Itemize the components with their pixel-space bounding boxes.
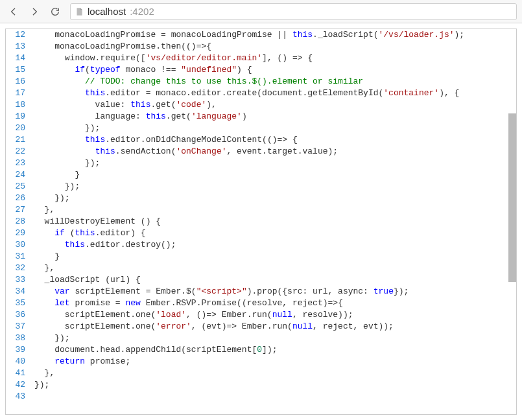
forward-button[interactable] [26,3,43,20]
line-content[interactable]: language: this.get('language') [34,111,516,122]
line-content[interactable]: }); [34,122,516,134]
line-content[interactable]: value: this.get('code'), [34,99,516,111]
line-number: 38 [6,332,34,344]
line-content[interactable]: window.require(['vs/editor/editor.main']… [34,52,516,64]
line-number: 40 [6,356,34,368]
line-content[interactable]: } [34,251,516,262]
line-number: 33 [6,274,34,286]
line-content[interactable]: this.sendAction('onChange', event.target… [34,146,516,158]
line-number: 26 [6,192,34,204]
code-line[interactable]: 27 }, [6,204,516,216]
line-number: 18 [6,99,34,111]
code-line[interactable]: 31 } [6,251,516,262]
line-content[interactable]: var scriptElement = Ember.$("<script>").… [34,286,516,298]
line-content[interactable]: scriptElement.one('error', (evt)=> Ember… [34,321,516,332]
code-line[interactable]: 30 this.editor.destroy(); [6,239,516,251]
line-content[interactable]: scriptElement.one('load', ()=> Ember.run… [34,309,516,321]
line-content[interactable]: }); [34,192,516,204]
line-content[interactable] [34,391,516,402]
code-line[interactable]: 37 scriptElement.one('error', (evt)=> Em… [6,321,516,332]
url-host: localhost [88,6,126,17]
code-line[interactable]: 12 monacoLoadingPromise = monacoLoadingP… [6,29,516,41]
code-line[interactable]: 40 return promise; [6,356,516,368]
line-content[interactable]: this.editor.destroy(); [34,239,516,251]
scrollbar-thumb[interactable] [508,113,516,282]
line-content[interactable]: }); [34,158,516,169]
line-content[interactable]: willDestroyElement () { [34,216,516,228]
code-scroll-area[interactable]: 12 monacoLoadingPromise = monacoLoadingP… [6,29,516,414]
line-number: 16 [6,76,34,88]
line-number: 12 [6,29,34,41]
line-content[interactable]: document.head.appendChild(scriptElement[… [34,344,516,356]
code-line[interactable]: 29 if (this.editor) { [6,228,516,239]
line-content[interactable]: // TODO: change this to use this.$().ele… [34,76,516,88]
line-number: 22 [6,146,34,158]
code-line[interactable]: 34 var scriptElement = Ember.$("<script>… [6,286,516,298]
line-content[interactable]: } [34,169,516,181]
line-content[interactable]: }); [34,379,516,391]
line-number: 29 [6,228,34,239]
line-number: 27 [6,204,34,216]
reload-icon [50,6,60,17]
back-button[interactable] [5,3,22,20]
line-number: 37 [6,321,34,332]
line-content[interactable]: this.editor.onDidChangeModelContent(()=>… [34,134,516,146]
line-number: 13 [6,41,34,52]
page-icon [75,7,84,16]
line-content[interactable]: monacoLoadingPromise = monacoLoadingProm… [34,29,516,41]
code-line[interactable]: 17 this.editor = monaco.editor.create(do… [6,88,516,99]
line-content[interactable]: if (this.editor) { [34,228,516,239]
line-content[interactable]: }, [34,262,516,274]
code-line[interactable]: 14 window.require(['vs/editor/editor.mai… [6,52,516,64]
code-line[interactable]: 35 let promise = new Ember.RSVP.Promise(… [6,298,516,309]
line-number: 35 [6,298,34,309]
code-line[interactable]: 20 }); [6,122,516,134]
line-number: 20 [6,122,34,134]
line-number: 23 [6,158,34,169]
code-line[interactable]: 19 language: this.get('language') [6,111,516,122]
line-content[interactable]: }, [34,368,516,379]
code-line[interactable]: 16 // TODO: change this to use this.$().… [6,76,516,88]
code-line[interactable]: 23 }); [6,158,516,169]
code-line[interactable]: 21 this.editor.onDidChangeModelContent((… [6,134,516,146]
line-number: 30 [6,239,34,251]
code-line[interactable]: 26 }); [6,192,516,204]
line-content[interactable]: }); [34,332,516,344]
code-line[interactable]: 33 _loadScript (url) { [6,274,516,286]
line-content[interactable]: return promise; [34,356,516,368]
reload-button[interactable] [47,3,64,20]
line-number: 32 [6,262,34,274]
code-line[interactable]: 13 monacoLoadingPromise.then(()=>{ [6,41,516,52]
line-number: 28 [6,216,34,228]
code-line[interactable]: 38 }); [6,332,516,344]
code-line[interactable]: 42}); [6,379,516,391]
code-line[interactable]: 22 this.sendAction('onChange', event.tar… [6,146,516,158]
line-number: 14 [6,52,34,64]
code-line[interactable]: 24 } [6,169,516,181]
line-number: 17 [6,88,34,99]
code-line[interactable]: 28 willDestroyElement () { [6,216,516,228]
line-content[interactable]: let promise = new Ember.RSVP.Promise((re… [34,298,516,309]
browser-toolbar: localhost:4202 [0,0,522,23]
url-port: :4202 [130,6,154,17]
line-content[interactable]: }); [34,181,516,192]
line-number: 41 [6,368,34,379]
code-line[interactable]: 36 scriptElement.one('load', ()=> Ember.… [6,309,516,321]
line-content[interactable]: _loadScript (url) { [34,274,516,286]
line-content[interactable]: if(typeof monaco !== "undefined") { [34,64,516,76]
line-content[interactable]: }, [34,204,516,216]
code-line[interactable]: 15 if(typeof monaco !== "undefined") { [6,64,516,76]
arrow-right-icon [29,6,40,17]
line-number: 15 [6,64,34,76]
vertical-scrollbar[interactable] [508,29,516,414]
url-bar[interactable]: localhost:4202 [70,3,517,20]
code-editor[interactable]: 12 monacoLoadingPromise = monacoLoadingP… [5,29,517,415]
line-content[interactable]: monacoLoadingPromise.then(()=>{ [34,41,516,52]
line-content[interactable]: this.editor = monaco.editor.create(docum… [34,88,516,99]
code-line[interactable]: 32 }, [6,262,516,274]
code-line[interactable]: 25 }); [6,181,516,192]
code-line[interactable]: 43 [6,391,516,402]
code-line[interactable]: 18 value: this.get('code'), [6,99,516,111]
code-line[interactable]: 39 document.head.appendChild(scriptEleme… [6,344,516,356]
code-line[interactable]: 41 }, [6,368,516,379]
